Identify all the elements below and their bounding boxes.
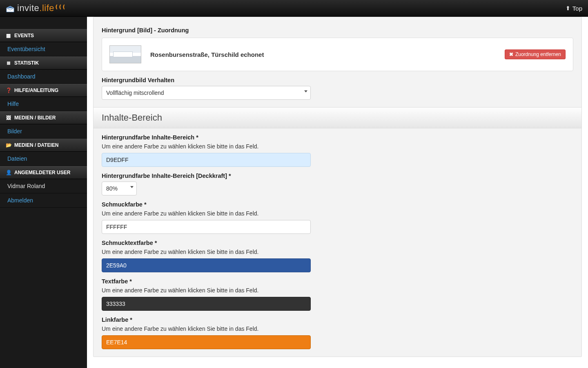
section-title: Inhalte-Bereich (94, 107, 581, 128)
brand-text-1: invite (17, 3, 39, 13)
bg-item-title: Rosenbursenstraße, Türschild echonet (150, 51, 496, 58)
brand-logo[interactable]: invite.life❪❪❪ (6, 3, 65, 13)
link-color-help: Um eine andere Farbe zu wählen klicken S… (102, 325, 573, 332)
accent-text-help: Um eine andere Farbe zu wählen klicken S… (102, 249, 573, 255)
accent-help: Um eine andere Farbe zu wählen klicken S… (102, 210, 573, 217)
remove-assignment-label: Zuordnung entfernen (515, 52, 561, 57)
top-link[interactable]: ⬆ Top (566, 5, 582, 12)
top-bar: invite.life❪❪❪ ⬆ Top (0, 0, 588, 17)
bg-assignment-box: Rosenbursenstraße, Türschild echonet ✖ Z… (102, 38, 573, 71)
sidebar-group-label: HILFE/ANLEITUNG (14, 88, 58, 93)
sidebar-group-label: MEDIEN / BILDER (14, 115, 56, 121)
sidebar-group-statistik: ≣ STATISTIK (0, 56, 87, 70)
sidebar-item-help[interactable]: Hilfe (0, 97, 87, 111)
sidebar-group-label: MEDIEN / DATEIEN (14, 142, 58, 148)
arrow-up-icon: ⬆ (566, 5, 570, 11)
sidebar-group-user: 👤 ANGEMELDETER USER (0, 166, 87, 179)
folder-icon: 📂 (6, 142, 11, 148)
accent-text-input[interactable] (102, 258, 311, 272)
text-color-label: Textfarbe * (102, 278, 573, 285)
sidebar-group-media-files: 📂 MEDIEN / DATEIEN (0, 139, 87, 152)
content-bg-label: Hintergrundfarbe Inhalte-Bereich * (102, 134, 573, 141)
sidebar-item-images[interactable]: Bilder (0, 124, 87, 139)
sidebar-user-name: Vidmar Roland (0, 179, 87, 193)
sidebar: ▦ EVENTS Eventübersicht ≣ STATISTIK Dash… (0, 17, 87, 368)
bg-behavior-label: Hintergrundbild Verhalten (102, 77, 573, 83)
text-color-input[interactable] (102, 297, 311, 311)
close-icon: ✖ (509, 52, 513, 57)
link-color-input[interactable] (102, 335, 311, 349)
brand-text-2: .life (39, 3, 54, 13)
sidebar-item-event-overview[interactable]: Eventübersicht (0, 42, 87, 56)
link-color-label: Linkfarbe * (102, 316, 573, 323)
bg-assignment-label: Hintergrund [Bild] - Zuordnung (102, 27, 573, 34)
sidebar-group-label: ANGEMELDETER USER (14, 170, 70, 175)
image-icon: 🖼 (6, 115, 11, 121)
question-icon: ❓ (6, 88, 11, 93)
sidebar-group-label: EVENTS (14, 33, 34, 38)
accent-input[interactable] (102, 220, 311, 234)
sidebar-item-logout[interactable]: Abmelden (0, 193, 87, 208)
sidebar-item-dashboard[interactable]: Dashboard (0, 70, 87, 84)
remove-assignment-button[interactable]: ✖ Zuordnung entfernen (505, 49, 566, 59)
sidebar-group-media-images: 🖼 MEDIEN / BILDER (0, 111, 87, 124)
content-bg-input[interactable] (102, 153, 311, 167)
content-bg-opacity-select[interactable]: 80% (102, 182, 137, 195)
brand-waves-icon: ❪❪❪ (54, 4, 65, 10)
main-content: Hintergrund [Bild] - Zuordnung Rosenburs… (87, 17, 588, 368)
bg-behavior-select[interactable]: Vollflächig mitscrollend (102, 86, 311, 100)
content-bg-opacity-label: Hintergrundfarbe Inhalte-Bereich [Deckkr… (102, 173, 573, 179)
accent-text-label: Schmucktextfarbe * (102, 240, 573, 246)
scroll-area[interactable]: Hintergrund [Bild] - Zuordnung Rosenburs… (87, 17, 588, 368)
top-link-label: Top (572, 5, 582, 12)
grid-icon: ▦ (6, 33, 11, 38)
sidebar-group-help: ❓ HILFE/ANLEITUNG (0, 84, 87, 97)
user-icon: 👤 (6, 170, 11, 175)
bars-icon: ≣ (6, 60, 11, 66)
sidebar-group-label: STATISTIK (14, 60, 39, 66)
accent-label: Schmuckfarbe * (102, 201, 573, 208)
text-color-help: Um eine andere Farbe zu wählen klicken S… (102, 287, 573, 294)
bg-thumbnail (109, 45, 141, 63)
sidebar-item-files[interactable]: Dateien (0, 152, 87, 166)
sidebar-group-events: ▦ EVENTS (0, 29, 87, 42)
envelope-icon (6, 5, 15, 11)
content-bg-help: Um eine andere Farbe zu wählen klicken S… (102, 143, 573, 150)
